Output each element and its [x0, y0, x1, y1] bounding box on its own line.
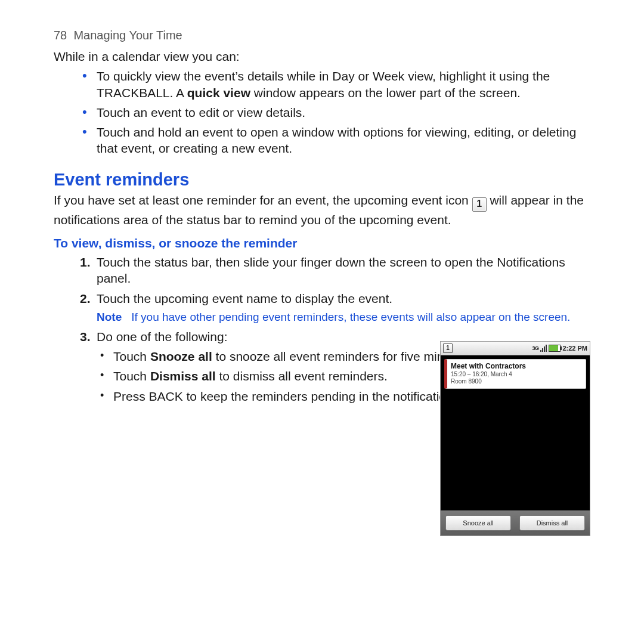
page-number: 78 — [54, 29, 67, 42]
step-text: Touch the upcoming event name to display… — [97, 292, 392, 305]
list-item: To quickly view the event’s details whil… — [97, 68, 590, 101]
list-item-text-pre: Touch — [113, 369, 150, 383]
intro-text: While in a calendar view you can: — [54, 48, 590, 64]
list-item-text-post: to dismiss all event reminders. — [216, 369, 388, 383]
signal-icon — [540, 345, 547, 352]
note-text: If you have other pending event reminder… — [131, 310, 590, 325]
threeg-icon: 3G — [532, 345, 538, 351]
battery-icon — [549, 345, 561, 352]
note-label: Note — [97, 310, 122, 325]
step-item: Touch the upcoming event name to display… — [97, 290, 590, 325]
step-text: Touch the status bar, then slide your fi… — [97, 255, 565, 285]
notification-room: Room 8900 — [451, 378, 582, 385]
phone-statusbar: 1 3G 2:22 PM — [441, 342, 590, 355]
snooze-all-button[interactable]: Snooze all — [445, 515, 511, 531]
chapter-title: Managing Your Time — [73, 29, 182, 42]
statusbar-event-icon: 1 — [443, 343, 453, 353]
section-title: Event reminders — [54, 170, 590, 190]
list-item-bold: Dismiss all — [150, 369, 216, 383]
list-item-text-pre: Touch — [113, 349, 150, 363]
list-item-bold: Snooze all — [150, 349, 212, 363]
list-item-bold: quick view — [187, 86, 250, 100]
list-item-text: Touch and hold an event to open a window… — [97, 125, 576, 155]
notification-card[interactable]: Meet with Contractors 15:20 – 16:20, Mar… — [444, 359, 586, 389]
notification-title: Meet with Contractors — [451, 362, 582, 370]
phone-screenshot: 1 3G 2:22 PM Meet with Contractors 15:20… — [440, 341, 590, 536]
notification-time: 15:20 – 16:20, March 4 — [451, 371, 582, 377]
step-item: Touch the status bar, then slide your fi… — [97, 254, 590, 287]
list-item-text-post: to snooze all event reminders for five m… — [212, 349, 471, 363]
upcoming-event-icon: 1 — [472, 197, 487, 212]
subsection-title: To view, dismiss, or snooze the reminder — [54, 236, 590, 250]
list-item-text-post: window appears on the lower part of the … — [250, 86, 521, 100]
page-header: 78 Managing Your Time — [54, 29, 590, 42]
step-text: Do one of the following: — [97, 330, 227, 343]
para-pre: If you have set at least one reminder fo… — [54, 193, 472, 207]
dismiss-all-button[interactable]: Dismiss all — [519, 515, 585, 531]
statusbar-time: 2:22 PM — [562, 345, 587, 352]
note: Note If you have other pending event rem… — [97, 310, 590, 325]
section-paragraph: If you have set at least one reminder fo… — [54, 192, 590, 228]
calendar-actions-list: To quickly view the event’s details whil… — [54, 68, 590, 156]
list-item: Touch an event to edit or view details. — [97, 104, 590, 120]
list-item-text: Touch an event to edit or view details. — [97, 106, 305, 119]
list-item: Touch and hold an event to open a window… — [97, 124, 590, 157]
notifications-area: Meet with Contractors 15:20 – 16:20, Mar… — [441, 355, 590, 510]
button-bar: Snooze all Dismiss all — [441, 510, 590, 535]
